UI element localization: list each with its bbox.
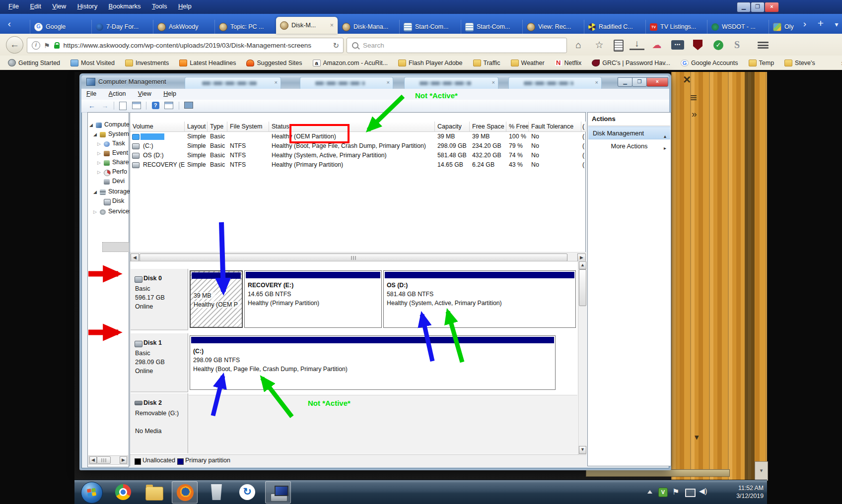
bookmark-most-visited[interactable]: Most Visited — [70, 60, 115, 66]
scroll-down-icon[interactable]: ▼ — [579, 446, 586, 454]
tab-scroll-left-icon[interactable]: ‹ — [3, 17, 16, 30]
bookmark-suggested-sites[interactable]: Suggested Sites — [246, 60, 302, 66]
actions-disk-management[interactable]: Disk Management ▴ — [588, 126, 670, 139]
taskbar-sync-app[interactable]: ↻ — [234, 481, 260, 504]
taskbar-recycle-bin[interactable] — [204, 481, 229, 504]
expand-icon[interactable]: ▸ — [664, 142, 666, 154]
bookmark-amazon[interactable]: aAmazon.com - AcuRit... — [313, 60, 388, 66]
reload-icon[interactable]: ↻ — [333, 41, 339, 50]
menu-view[interactable]: View — [52, 2, 66, 10]
cm-menu-help[interactable]: Help — [163, 90, 176, 97]
col-fault-tolerance[interactable]: Fault Tolerance — [529, 122, 581, 132]
cloud-sync-icon[interactable]: ☁ — [649, 38, 664, 52]
tab-disk-management-active[interactable]: Disk-M...× — [276, 17, 338, 34]
start-button[interactable] — [81, 482, 103, 504]
menu-edit[interactable]: Edit — [30, 2, 41, 10]
disk1-partition-c[interactable]: (C:) 298.09 GB NTFS Healthy (Boot, Page … — [190, 335, 556, 390]
col-volume[interactable]: Volume — [130, 122, 185, 132]
tree-item-storage[interactable]: ◢Storage — [93, 188, 130, 197]
bookmark-netflix[interactable]: NNetflix — [555, 60, 582, 66]
cm-window-pane-icon[interactable] — [164, 102, 173, 109]
disk0-partition-recovery[interactable]: RECOVERY (E:) 14.65 GB NTFS Healthy (Pri… — [244, 270, 382, 328]
taskbar-chrome[interactable] — [110, 481, 136, 504]
scroll-left-icon[interactable]: ◀ — [131, 253, 139, 261]
bookmark-investments[interactable]: Investments — [125, 60, 169, 66]
cm-menu-action[interactable]: Action — [109, 90, 126, 97]
cm-menu-file[interactable]: File — [86, 90, 96, 97]
page-scrollbar-stub[interactable]: ▾ — [755, 461, 768, 481]
cm-help-icon[interactable]: ? — [152, 102, 159, 109]
menu-hamburger-icon[interactable] — [758, 42, 769, 49]
taskbar-clock[interactable]: 11:52 AM 3/12/2019 — [715, 484, 764, 500]
tab-topic-pc[interactable]: Topic: PC ... — [214, 20, 277, 34]
disk1-label[interactable]: Disk 1 Basic 298.09 GB Online — [131, 333, 188, 392]
col-layout[interactable]: Layout — [185, 122, 208, 132]
taskbar-computer-management-active[interactable] — [265, 481, 291, 504]
tab-start-com-1[interactable]: Start-Com... — [399, 20, 461, 34]
scroll-right-icon[interactable]: ▶ — [120, 456, 127, 464]
tab-close-icon[interactable]: × — [330, 22, 334, 29]
tree-item-shared-folders[interactable]: ▷Share — [97, 159, 129, 168]
bookmark-weather[interactable]: Weather — [511, 60, 545, 66]
tree-item-task-scheduler[interactable]: ▷Task — [97, 140, 125, 149]
col-free-space[interactable]: Free Space — [470, 122, 506, 132]
cm-minimize-button[interactable]: ▁ — [618, 77, 632, 87]
tab-oly-partial[interactable]: Oly — [769, 20, 798, 34]
tree-h-scrollbar[interactable]: ◀ ▶ — [88, 455, 128, 465]
tab-disk-mana[interactable]: Disk-Mana... — [338, 20, 400, 34]
menu-file[interactable]: File — [8, 2, 19, 10]
scroll-thumb[interactable] — [97, 456, 111, 464]
scroll-thumb[interactable] — [140, 253, 567, 261]
menu-history[interactable]: History — [77, 2, 97, 10]
page-info-icon[interactable]: i — [32, 41, 40, 50]
tab-list-dropdown-icon[interactable]: ▾ — [830, 18, 842, 31]
cm-window-pane-icon[interactable] — [132, 102, 141, 109]
tree-item-performance[interactable]: ▷Perfo — [97, 168, 127, 177]
disk0-partition-os-d[interactable]: OS (D:) 581.48 GB NTFS Healthy (System, … — [383, 270, 576, 328]
disk-view-v-scrollbar[interactable]: ▲ ▼ — [578, 261, 587, 454]
window-close-button[interactable]: × — [765, 2, 779, 12]
tab-radified[interactable]: Radified C... — [584, 20, 646, 34]
scroll-thumb[interactable] — [579, 269, 586, 306]
menu-help[interactable]: Help — [178, 2, 192, 10]
reading-list-icon[interactable] — [614, 40, 624, 52]
home-button[interactable]: ⌂ — [571, 38, 586, 52]
url-bar[interactable]: i ⚑ https://www.askwoody.com/wp-content/… — [27, 38, 344, 53]
volume-list-h-scrollbar[interactable]: ◀ ▶ — [130, 252, 586, 261]
bookmark-latest-headlines[interactable]: Latest Headlines — [179, 60, 236, 66]
tray-v-icon[interactable]: V — [658, 488, 668, 497]
tree-item-event-viewer[interactable]: ▷Event — [97, 149, 128, 158]
tab-start-com-2[interactable]: Start-Com... — [461, 20, 523, 34]
tray-expand-icon[interactable] — [647, 490, 652, 494]
tab-tv-listings[interactable]: TVTV Listings... — [645, 20, 707, 34]
scroll-left-icon[interactable]: ◀ — [89, 456, 97, 464]
tree-item-system-tools[interactable]: ◢System T — [93, 130, 135, 139]
bookmark-google-accounts[interactable]: GGoogle Accounts — [681, 60, 738, 66]
col-capacity[interactable]: Capacity — [435, 122, 470, 132]
col-pct-free[interactable]: % Free — [506, 122, 529, 132]
tab-wsdot[interactable]: WSDOT - ... — [707, 20, 769, 34]
tree-item-services[interactable]: ▷Services — [93, 208, 132, 217]
cm-title-bar[interactable]: Computer Management × × × × ▁ ❐ × — [81, 75, 669, 89]
downloads-button[interactable]: ↓ — [630, 38, 644, 50]
scroll-up-icon[interactable]: ▲ — [579, 261, 586, 269]
cm-forward-icon[interactable]: → — [101, 102, 108, 110]
cm-export-icon[interactable] — [119, 102, 127, 110]
new-tab-button[interactable]: + — [814, 17, 827, 30]
bookmark-temp[interactable]: Temp — [749, 60, 774, 66]
back-button[interactable]: ← — [6, 36, 23, 54]
cm-back-icon[interactable]: ← — [88, 102, 95, 110]
col-type[interactable]: Type — [208, 122, 227, 132]
scroll-down-icon[interactable]: ▾ — [755, 462, 768, 479]
tab-askwoody[interactable]: AskWoody — [153, 20, 215, 34]
cm-maximize-button[interactable]: ❐ — [632, 77, 647, 87]
disk2-label[interactable]: Disk 2 Removable (G:) No Media — [131, 393, 188, 453]
bookmark-flash-player[interactable]: Flash Player Adobe — [398, 60, 462, 66]
tray-network-icon[interactable] — [685, 489, 696, 497]
tree-item-device-manager[interactable]: Devi — [97, 178, 125, 187]
tray-volume-icon[interactable]: ◀) — [699, 487, 707, 496]
scroll-right-icon[interactable]: ▶ — [577, 253, 586, 261]
actions-more-actions[interactable]: More Actions ▸ — [588, 140, 670, 152]
taskbar-explorer[interactable] — [141, 481, 167, 504]
bookmark-getting-started[interactable]: Getting Started — [8, 59, 60, 66]
